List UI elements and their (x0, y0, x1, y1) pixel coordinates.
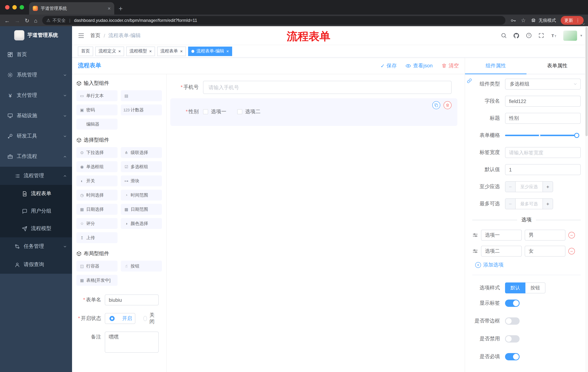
checkbox-icon[interactable] (203, 109, 208, 114)
browser-tab[interactable]: 芋道管理系统 × (29, 2, 114, 15)
sidebar-item-leave-query[interactable]: 请假查询 (0, 255, 72, 274)
sidebar-item-home[interactable]: 首页 (0, 44, 72, 65)
sidebar-item-user-group[interactable]: 用户分组 (0, 202, 72, 220)
copy-field-button[interactable] (432, 101, 440, 109)
tag-process-model[interactable]: 流程模型 × (126, 46, 155, 56)
radio-closed[interactable]: 关闭 (143, 312, 156, 325)
palette-item[interactable]: ⋔级联选择 (121, 147, 162, 158)
palette-item[interactable]: ↥上传 (76, 232, 117, 243)
view-json-button[interactable]: 查看json (406, 63, 433, 69)
fullscreen-icon[interactable] (538, 32, 544, 39)
tag-close-icon[interactable]: × (149, 49, 152, 54)
title-input[interactable] (505, 113, 581, 124)
window-minimize-button[interactable] (12, 5, 17, 10)
palette-item[interactable]: ▭单行文本 (76, 90, 117, 101)
reload-icon[interactable]: ↻ (25, 18, 29, 23)
font-size-icon[interactable]: TT (551, 32, 557, 39)
stepper-value[interactable]: 最多可选 (515, 199, 543, 209)
palette-item[interactable]: ⊶滑块 (121, 175, 162, 186)
add-option-button[interactable]: + 添加选项 (475, 262, 581, 268)
tag-process-form[interactable]: 流程表单 × (157, 46, 186, 56)
required-switch[interactable] (505, 353, 520, 360)
checkbox-option-1[interactable]: 选项一 (203, 108, 226, 115)
slider-handle[interactable] (574, 133, 579, 138)
sidebar-item-devtools[interactable]: 研发工具 (0, 126, 72, 146)
remove-option-button[interactable]: − (568, 248, 575, 255)
canvas-field-gender-selected[interactable]: *性别 选项一 选项二 (170, 98, 457, 126)
tab-close-icon[interactable]: × (108, 5, 111, 11)
max-select-stepper[interactable]: − 最多可选 + (505, 198, 553, 209)
delete-field-button[interactable] (443, 101, 452, 109)
remove-option-button[interactable]: − (568, 232, 575, 238)
new-tab-button[interactable]: + (119, 5, 123, 12)
palette-item[interactable]: ▣密码 (76, 105, 117, 115)
option-value-input[interactable] (525, 230, 566, 241)
save-button[interactable]: ✓ 保存 (380, 63, 397, 69)
option-name-input[interactable] (481, 246, 522, 257)
palette-item[interactable]: ⊙下拉选择 (76, 147, 117, 158)
style-button-button[interactable]: 按钮 (525, 282, 546, 293)
address-bar[interactable]: ⚠ 不安全 | dashboard.yudao.iocoder.cn/bpm/m… (42, 16, 505, 25)
drag-handle-icon[interactable] (472, 232, 478, 238)
scrollbar-thumb[interactable] (586, 27, 588, 136)
drag-handle-icon[interactable] (472, 248, 478, 254)
sidebar-item-process-model[interactable]: 流程模型 (0, 220, 72, 237)
tag-process-definition[interactable]: 流程定义 × (95, 46, 124, 56)
show-label-switch[interactable] (505, 299, 520, 307)
help-icon[interactable]: ? (526, 32, 532, 39)
sidebar-item-process-form[interactable]: 流程表单 (0, 185, 72, 202)
forward-icon[interactable]: → (15, 18, 20, 23)
search-icon[interactable] (501, 32, 507, 39)
palette-item[interactable]: 编辑器 (76, 119, 117, 130)
phone-input[interactable] (203, 81, 452, 94)
incognito-indicator[interactable]: 无痕模式 (531, 17, 556, 23)
tab-component-props[interactable]: 组件属性 (465, 57, 526, 74)
palette-item[interactable]: ▤ (121, 90, 162, 101)
palette-item[interactable]: ◔时间范围 (121, 190, 162, 201)
update-button[interactable]: 更新 ⋮ (561, 16, 584, 25)
clear-button[interactable]: 清空 (441, 63, 459, 69)
increase-button[interactable]: + (543, 199, 553, 209)
sidebar-item-system[interactable]: 系统管理 (0, 65, 72, 85)
decrease-button[interactable]: − (505, 199, 515, 209)
window-zoom-button[interactable] (20, 5, 24, 10)
palette-item[interactable]: ▦表格[开发中] (76, 275, 117, 286)
sidebar-logo[interactable]: 芋道管理系统 (0, 26, 72, 44)
chevron-down-icon[interactable] (581, 22, 586, 26)
radio-open[interactable]: 开启 (105, 313, 135, 324)
tag-close-icon[interactable]: × (180, 49, 183, 54)
style-default-button[interactable]: 默认 (505, 282, 525, 293)
palette-item[interactable]: ◑颜色选择 (121, 218, 162, 229)
scrollbar[interactable] (585, 26, 588, 372)
key-icon[interactable] (510, 17, 516, 23)
option-value-input[interactable] (525, 246, 566, 257)
tag-home[interactable]: 首页 (78, 46, 93, 56)
window-close-button[interactable] (5, 5, 10, 10)
sidebar-item-process-management[interactable]: 流程管理 (0, 167, 72, 185)
palette-item[interactable]: 123计数器 (121, 105, 162, 115)
breadcrumb-home[interactable]: 首页 (90, 32, 100, 39)
checkbox-option-2[interactable]: 选项二 (237, 108, 261, 115)
palette-item[interactable]: ▩日期范围 (121, 204, 162, 215)
avatar[interactable] (563, 30, 577, 41)
bookmark-star-icon[interactable]: ☆ (521, 17, 526, 24)
tag-close-icon[interactable]: × (226, 49, 229, 54)
sidebar-item-task-management[interactable]: 任务管理 (0, 237, 72, 255)
canvas-field-phone[interactable]: *手机号 (170, 81, 457, 94)
default-value-input[interactable] (505, 164, 581, 175)
link-icon[interactable] (466, 78, 472, 84)
label-width-input[interactable] (505, 147, 581, 158)
palette-item[interactable]: ▦日期选择 (76, 204, 117, 215)
form-grid-slider[interactable] (505, 130, 581, 141)
form-name-input[interactable] (105, 295, 159, 305)
palette-item[interactable]: ◫行容器 (76, 261, 117, 272)
home-icon[interactable]: ⌂ (34, 18, 37, 23)
component-type-select[interactable]: 多选框组 (505, 79, 581, 90)
field-name-input[interactable] (505, 96, 581, 107)
palette-item[interactable]: ☆评分 (76, 218, 117, 229)
border-switch[interactable] (505, 317, 520, 325)
palette-item[interactable]: ◐开关 (76, 175, 117, 186)
stepper-value[interactable]: 至少应选 (515, 182, 543, 192)
form-remark-textarea[interactable]: 嘿嘿 (105, 332, 159, 353)
sidebar-item-payment[interactable]: ¥ 支付管理 (0, 85, 72, 106)
